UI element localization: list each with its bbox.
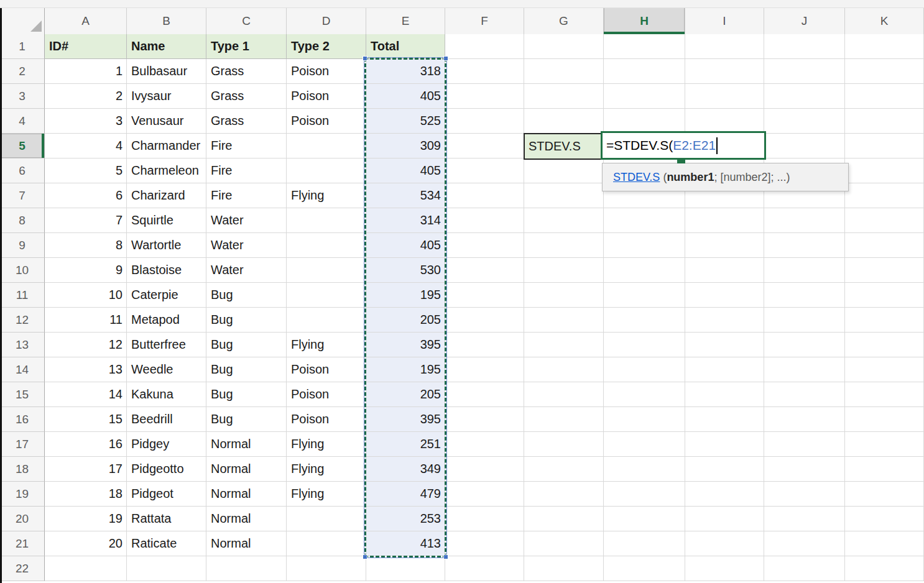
cell-B12[interactable]: Metapod bbox=[127, 308, 206, 333]
cell-E12[interactable]: 205 bbox=[366, 308, 445, 333]
cell-E21[interactable]: 413 bbox=[366, 531, 445, 556]
cell-H20[interactable] bbox=[604, 507, 685, 531]
cell-D15[interactable]: Poison bbox=[287, 382, 366, 407]
row-header-12[interactable]: 12 bbox=[0, 308, 45, 333]
cell-A5[interactable]: 4 bbox=[45, 134, 127, 158]
row-header-7[interactable]: 7 bbox=[0, 183, 45, 208]
cell-D18[interactable]: Flying bbox=[287, 457, 366, 482]
cell-K19[interactable] bbox=[845, 482, 924, 507]
cell-G13[interactable] bbox=[524, 333, 604, 357]
column-header-A[interactable]: A bbox=[45, 8, 127, 34]
cell-E6[interactable]: 405 bbox=[366, 158, 445, 183]
cell-F2[interactable] bbox=[445, 59, 524, 84]
cell-F13[interactable] bbox=[445, 333, 524, 357]
cell-D6[interactable] bbox=[287, 158, 366, 183]
cell-E3[interactable]: 405 bbox=[366, 84, 445, 109]
cell-F20[interactable] bbox=[445, 507, 524, 531]
cell-K14[interactable] bbox=[845, 357, 924, 382]
cell-I20[interactable] bbox=[685, 507, 764, 531]
cell-J18[interactable] bbox=[764, 457, 845, 482]
cell-B22[interactable] bbox=[127, 556, 206, 581]
cell-I19[interactable] bbox=[685, 482, 764, 507]
cell-G7[interactable] bbox=[524, 183, 604, 208]
cell-D10[interactable] bbox=[287, 258, 366, 283]
cell-D13[interactable]: Flying bbox=[287, 333, 366, 357]
cell-C5[interactable]: Fire bbox=[206, 134, 287, 158]
cell-A11[interactable]: 10 bbox=[45, 283, 127, 308]
cell-D12[interactable] bbox=[287, 308, 366, 333]
column-header-H[interactable]: H bbox=[604, 8, 685, 34]
cell-G19[interactable] bbox=[524, 482, 604, 507]
cell-F16[interactable] bbox=[445, 407, 524, 432]
cell-F6[interactable] bbox=[445, 158, 524, 183]
cell-G3[interactable] bbox=[524, 84, 604, 109]
cell-I17[interactable] bbox=[685, 432, 764, 457]
row-header-13[interactable]: 13 bbox=[0, 333, 45, 357]
cell-D16[interactable]: Poison bbox=[287, 407, 366, 432]
cell-G18[interactable] bbox=[524, 457, 604, 482]
cell-B6[interactable]: Charmeleon bbox=[127, 158, 206, 183]
row-header-22[interactable]: 22 bbox=[0, 556, 45, 581]
cell-C1[interactable]: Type 1 bbox=[206, 34, 287, 59]
cell-G12[interactable] bbox=[524, 308, 604, 333]
cell-E20[interactable]: 253 bbox=[366, 507, 445, 531]
cell-B5[interactable]: Charmander bbox=[127, 134, 206, 158]
cell-K20[interactable] bbox=[845, 507, 924, 531]
column-header-K[interactable]: K bbox=[845, 8, 924, 34]
cell-J16[interactable] bbox=[764, 407, 845, 432]
row-header-2[interactable]: 2 bbox=[0, 59, 45, 84]
cell-D17[interactable]: Flying bbox=[287, 432, 366, 457]
row-header-6[interactable]: 6 bbox=[0, 158, 45, 183]
cell-H4[interactable] bbox=[604, 109, 685, 134]
cell-I16[interactable] bbox=[685, 407, 764, 432]
row-header-5[interactable]: 5 bbox=[0, 134, 45, 158]
cell-F17[interactable] bbox=[445, 432, 524, 457]
cell-D3[interactable]: Poison bbox=[287, 84, 366, 109]
cell-K22[interactable] bbox=[845, 556, 924, 581]
cell-B14[interactable]: Weedle bbox=[127, 357, 206, 382]
cell-B9[interactable]: Wartortle bbox=[127, 233, 206, 258]
cell-J22[interactable] bbox=[764, 556, 845, 581]
cell-A18[interactable]: 17 bbox=[45, 457, 127, 482]
column-header-C[interactable]: C bbox=[206, 8, 287, 34]
cell-F3[interactable] bbox=[445, 84, 524, 109]
cell-D22[interactable] bbox=[287, 556, 366, 581]
cell-A6[interactable]: 5 bbox=[45, 158, 127, 183]
cell-E15[interactable]: 205 bbox=[366, 382, 445, 407]
cell-G1[interactable] bbox=[524, 34, 604, 59]
column-header-G[interactable]: G bbox=[524, 8, 604, 34]
cell-I18[interactable] bbox=[685, 457, 764, 482]
cell-H10[interactable] bbox=[604, 258, 685, 283]
cell-A4[interactable]: 3 bbox=[45, 109, 127, 134]
cell-E8[interactable]: 314 bbox=[366, 208, 445, 233]
cell-I11[interactable] bbox=[685, 283, 764, 308]
cell-G9[interactable] bbox=[524, 233, 604, 258]
cell-G15[interactable] bbox=[524, 382, 604, 407]
row-header-20[interactable]: 20 bbox=[0, 507, 45, 531]
cell-B1[interactable]: Name bbox=[127, 34, 206, 59]
cell-H22[interactable] bbox=[604, 556, 685, 581]
cell-E7[interactable]: 534 bbox=[366, 183, 445, 208]
cell-B18[interactable]: Pidgeotto bbox=[127, 457, 206, 482]
cell-J12[interactable] bbox=[764, 308, 845, 333]
cell-D8[interactable] bbox=[287, 208, 366, 233]
cell-E19[interactable]: 479 bbox=[366, 482, 445, 507]
cell-A19[interactable]: 18 bbox=[45, 482, 127, 507]
cell-G22[interactable] bbox=[524, 556, 604, 581]
cell-A9[interactable]: 8 bbox=[45, 233, 127, 258]
cell-B15[interactable]: Kakuna bbox=[127, 382, 206, 407]
cell-K4[interactable] bbox=[845, 109, 924, 134]
cell-B13[interactable]: Butterfree bbox=[127, 333, 206, 357]
cell-J3[interactable] bbox=[764, 84, 845, 109]
cell-F1[interactable] bbox=[445, 34, 524, 59]
cell-H1[interactable] bbox=[604, 34, 685, 59]
cell-J8[interactable] bbox=[764, 208, 845, 233]
cell-D14[interactable]: Poison bbox=[287, 357, 366, 382]
cell-F9[interactable] bbox=[445, 233, 524, 258]
cell-K21[interactable] bbox=[845, 531, 924, 556]
cell-E9[interactable]: 405 bbox=[366, 233, 445, 258]
cell-A8[interactable]: 7 bbox=[45, 208, 127, 233]
cell-I2[interactable] bbox=[685, 59, 764, 84]
cell-C8[interactable]: Water bbox=[206, 208, 287, 233]
cell-F7[interactable] bbox=[445, 183, 524, 208]
